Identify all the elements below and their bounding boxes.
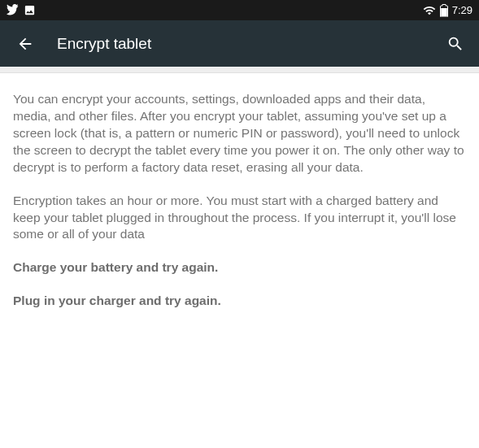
image-icon	[24, 4, 36, 16]
wifi-icon	[423, 4, 436, 17]
warning-plug-charger: Plug in your charger and try again.	[13, 293, 466, 310]
page-title: Encrypt tablet	[57, 35, 424, 53]
content-area: You can encrypt your accounts, settings,…	[0, 73, 479, 339]
warning-charge-battery: Charge your battery and try again.	[13, 259, 466, 276]
battery-icon	[440, 4, 448, 17]
twitter-icon	[7, 4, 19, 16]
status-time: 7:29	[452, 4, 472, 16]
status-left	[7, 4, 423, 16]
description-paragraph-2: Encryption takes an hour or more. You mu…	[13, 193, 466, 244]
back-icon[interactable]	[16, 35, 34, 53]
search-icon[interactable]	[446, 35, 464, 53]
description-paragraph-1: You can encrypt your accounts, settings,…	[13, 91, 466, 176]
status-right: 7:29	[423, 4, 472, 17]
divider-strip	[0, 67, 479, 73]
svg-rect-0	[441, 8, 447, 16]
app-bar: Encrypt tablet	[0, 20, 479, 67]
status-bar: 7:29	[0, 0, 479, 20]
